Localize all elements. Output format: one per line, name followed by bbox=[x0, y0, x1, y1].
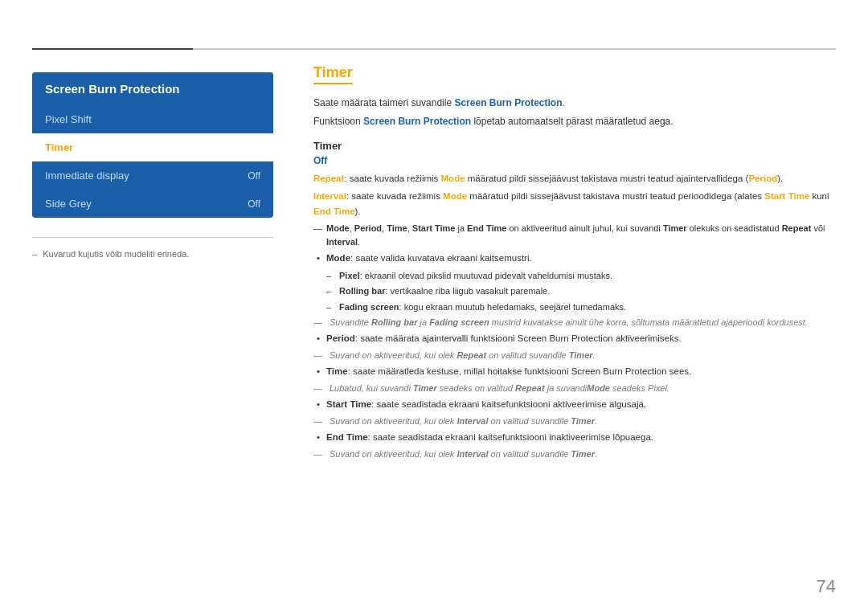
note-text: Kuvarud kujutis võib mudeliti erineda. bbox=[43, 249, 189, 259]
dash-icon: – bbox=[32, 247, 37, 261]
section-title: Timer bbox=[313, 64, 353, 84]
sub-bullet-rolling: Rolling bar: vertikaalne riba liigub vas… bbox=[313, 284, 836, 299]
menu-item-label: Pixel Shift bbox=[45, 113, 92, 125]
sub-note-endtime: Suvand on aktiveeritud, kui olek Interva… bbox=[313, 447, 836, 461]
menu-item-timer[interactable]: Timer bbox=[32, 133, 273, 161]
menu-item-sidegrey[interactable]: Side Grey Off bbox=[32, 190, 273, 218]
note-mode-text: Mode, Period, Time, Start Time ja End Ti… bbox=[326, 223, 825, 247]
sub-note-period: Suvand on aktiveeritud, kui olek Repeat … bbox=[313, 349, 836, 362]
bullet-starttime: Start Time: saate seadistada ekraani kai… bbox=[313, 397, 836, 411]
page-number: 74 bbox=[817, 576, 836, 597]
endtime-bullet-label: End Time bbox=[326, 432, 368, 442]
sub-note-rolling-fading: Suvandite Rolling bar ja Fading screen m… bbox=[313, 316, 836, 329]
menu-item-value: Off bbox=[248, 198, 260, 210]
note-mode: Mode, Period, Time, Start Time ja End Ti… bbox=[313, 222, 836, 248]
sbp-label-period: Screen Burn Protection bbox=[518, 333, 613, 343]
highlight-sbp-2: Screen Burn Protection bbox=[363, 116, 471, 127]
starttime-bullet-label: Start Time bbox=[326, 399, 371, 409]
mode-bullet-label: Mode bbox=[326, 253, 350, 263]
sub-note-time: Lubatud, kui suvandi Timer seadeks on va… bbox=[313, 382, 836, 395]
repeat-label: Repeat bbox=[313, 174, 344, 183]
time-bullet-label: Time bbox=[326, 366, 348, 376]
status-off: Off bbox=[313, 155, 836, 166]
note-section: – Kuvarud kujutis võib mudeliti erineda. bbox=[32, 237, 273, 261]
left-panel: Screen Burn Protection Pixel Shift Timer… bbox=[32, 72, 273, 261]
sbp-label-time: Screen Burn Protection bbox=[571, 366, 667, 376]
mode-label-2: Mode bbox=[443, 191, 467, 201]
menu-item-label: Immediate display bbox=[45, 170, 129, 182]
fading-label: Fading screen bbox=[339, 302, 399, 312]
menu-box: Screen Burn Protection Pixel Shift Timer… bbox=[32, 72, 273, 218]
sub-bullet-pixel: Pixel: ekraanil olevad pikslid muutuvad … bbox=[313, 269, 836, 284]
intro-text-1: Saate määrata taimeri suvandile Screen B… bbox=[313, 96, 836, 110]
rolling-label: Rolling bar bbox=[339, 286, 385, 296]
bullet-time: Time: saate määratleda kestuse, millal h… bbox=[313, 364, 836, 378]
desc-interval: Interval: saate kuvada režiimis Mode mää… bbox=[313, 189, 836, 219]
menu-item-label: Timer bbox=[45, 141, 73, 153]
starttime-label-1: Start Time bbox=[764, 191, 809, 201]
interval-label: Interval bbox=[313, 191, 346, 201]
menu-item-label: Side Grey bbox=[45, 198, 92, 210]
subsection-title: Timer bbox=[313, 140, 836, 152]
pixel-label: Pixel bbox=[339, 271, 360, 280]
period-bullet-label: Period bbox=[326, 333, 355, 343]
sub-bullet-fading: Fading screen: kogu ekraan muutub heleda… bbox=[313, 300, 836, 315]
sub-note-starttime: Suvand on aktiveeritud, kui olek Interva… bbox=[313, 415, 836, 428]
desc-repeat: Repeat: saate kuvada režiimis Mode määra… bbox=[313, 171, 836, 186]
bullet-period: Period: saate määrata ajaintervalli funk… bbox=[313, 331, 836, 345]
menu-item-pixelshift[interactable]: Pixel Shift bbox=[32, 105, 273, 133]
intro-text-2: Funktsioon Screen Burn Protection lõpeta… bbox=[313, 114, 836, 129]
mode-label-1: Mode bbox=[441, 174, 465, 183]
menu-item-value: Off bbox=[248, 170, 260, 182]
menu-title: Screen Burn Protection bbox=[32, 72, 273, 105]
menu-item-immediate[interactable]: Immediate display Off bbox=[32, 161, 273, 190]
period-label: Period bbox=[748, 174, 777, 183]
highlight-sbp-1: Screen Burn Protection bbox=[454, 97, 562, 108]
top-border bbox=[32, 48, 836, 50]
bullet-endtime: End Time: saate seadistada ekraani kaits… bbox=[313, 430, 836, 444]
right-panel: Timer Saate määrata taimeri suvandile Sc… bbox=[313, 64, 836, 462]
bullet-mode: Mode: saate valida kuvatava ekraani kait… bbox=[313, 251, 836, 265]
endtime-label-1: End Time bbox=[313, 206, 355, 216]
